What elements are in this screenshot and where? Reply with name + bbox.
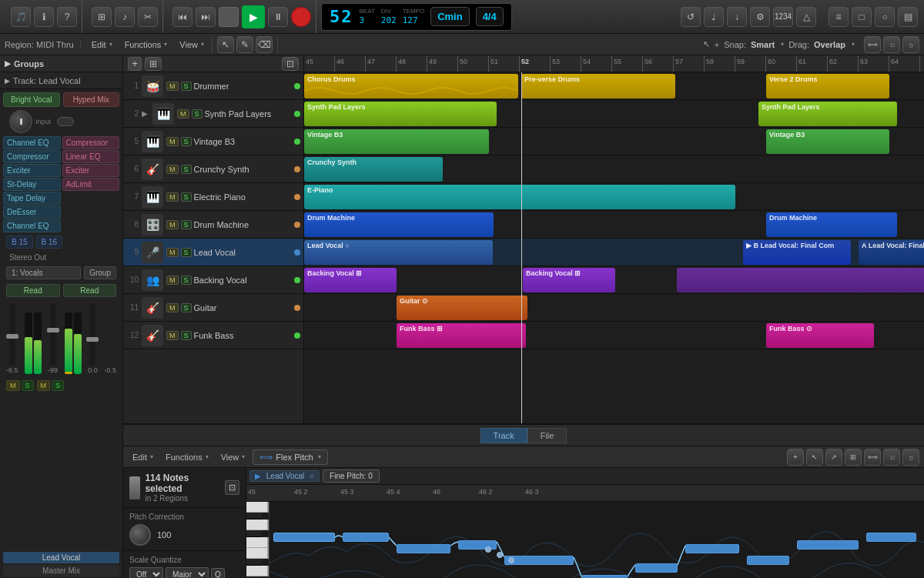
view-menu[interactable]: View ▾	[175, 38, 209, 51]
track-row[interactable]: 8 🎛️ M S Drum Machine	[123, 211, 303, 239]
compressor-1[interactable]: Compressor	[3, 150, 61, 163]
deesser[interactable]: DeEsser	[3, 205, 61, 219]
fp-edit-menu[interactable]: Edit ▾	[128, 451, 158, 463]
track-row[interactable]: 7 🎹 M S Electric Piano	[123, 183, 303, 211]
fp-scroll-h[interactable]: ⟤	[883, 449, 900, 466]
fp-tool2[interactable]: ↗	[825, 449, 842, 466]
bass-clip2[interactable]: Funk Bass ⊙	[766, 323, 874, 348]
synth-solo[interactable]: S	[192, 109, 203, 119]
b3-solo[interactable]: S	[181, 137, 192, 146]
track-options-btn[interactable]: ⊞	[145, 57, 162, 71]
hyped-mix-preset[interactable]: Hyped Mix	[63, 92, 120, 107]
monitor-toggle[interactable]	[57, 117, 74, 126]
epiano-clip1[interactable]: E-Piano	[304, 185, 735, 209]
guitar-clip1[interactable]: Guitar ⊙	[397, 296, 527, 320]
pitch-handle[interactable]	[497, 552, 503, 558]
quantize-btn[interactable]: Q	[211, 568, 225, 578]
key-d3[interactable]	[246, 520, 269, 530]
tape-delay[interactable]: Tape Delay	[3, 192, 61, 205]
chorus-drums-clip[interactable]: Chorus Drums	[304, 74, 518, 99]
info-btn[interactable]: ℹ	[34, 7, 54, 27]
track-row-lead-vocal[interactable]: 9 🎤 M S Lead Vocal	[123, 239, 303, 266]
bv-clip1[interactable]: Backing Vocal ⊞	[304, 268, 397, 292]
cycle-btn[interactable]: ↺	[681, 7, 701, 27]
groups-header[interactable]: ▶ Groups	[0, 55, 122, 72]
lead-vocal-bottom[interactable]: Lead Vocal	[3, 552, 119, 563]
epiano-solo[interactable]: S	[181, 192, 192, 202]
time-sig-display[interactable]: 4/4	[476, 7, 504, 26]
gtr-solo[interactable]: S	[181, 303, 192, 312]
track-row[interactable]: 1 🥁 M S Drummer	[123, 72, 303, 100]
track-row[interactable]: 10 👥 M S Backing Vocal	[123, 266, 303, 294]
b3-mute[interactable]: M	[166, 137, 179, 146]
piano-btn[interactable]: ♪	[115, 7, 135, 27]
lv-mute[interactable]: M	[166, 248, 179, 257]
scissors-btn[interactable]: ✂	[138, 7, 158, 27]
key-display[interactable]: Cmin	[430, 7, 470, 26]
automation-label[interactable]: 1: Vocals	[6, 266, 81, 279]
key-bb2[interactable]	[246, 559, 262, 566]
crunchy-clip1[interactable]: Crunchy Synth	[304, 157, 443, 182]
app-icon-btn[interactable]: 🎵	[11, 7, 31, 27]
lv-clip2[interactable]: ▶ B Lead Vocal: Final Com	[743, 240, 851, 265]
b3-clip2[interactable]: Vintage B3	[766, 129, 889, 154]
zoom-btn[interactable]: ⟤	[883, 36, 900, 53]
lv-clip1[interactable]: Lead Vocal ○	[304, 240, 493, 265]
drummer-solo[interactable]: S	[181, 82, 192, 91]
exciter-2[interactable]: Exciter	[62, 164, 120, 177]
b3-clip1[interactable]: Vintage B3	[304, 129, 489, 154]
st-delay[interactable]: St-Delay	[3, 178, 61, 191]
browser-btn[interactable]: □	[852, 7, 872, 27]
track-row[interactable]: 11 🎸 M S Guitar	[123, 294, 303, 322]
resize-btn[interactable]: ⟺	[864, 36, 881, 53]
record-btn[interactable]	[291, 7, 311, 27]
notes-options[interactable]: ⊡	[225, 480, 239, 495]
pitch-correction-knob[interactable]	[129, 524, 151, 546]
solo-btn-1[interactable]: S	[22, 380, 34, 391]
dm-clip1[interactable]: Drum Machine	[304, 212, 494, 237]
metronome-btn[interactable]: ♩	[704, 7, 724, 27]
scroll-btn[interactable]: ⟥	[902, 36, 919, 53]
search-btn[interactable]: ○	[875, 7, 895, 27]
grid-btn[interactable]: ⊞	[92, 7, 112, 27]
bass-mute[interactable]: M	[166, 331, 179, 340]
pause-btn[interactable]: ⏸	[268, 7, 288, 27]
bright-vocal-preset[interactable]: Bright Vocal	[3, 92, 60, 107]
pitch-handle[interactable]	[508, 557, 514, 563]
lv-clip3[interactable]: A Lead Vocal: Final Co	[859, 240, 924, 265]
track-tab[interactable]: Track	[480, 428, 527, 443]
mute-btn-1[interactable]: M	[6, 380, 20, 391]
scale-off-select[interactable]: Off	[129, 567, 163, 578]
secondary-fader[interactable]	[50, 303, 56, 365]
track-row[interactable]: 2 ▶ 🎹 M S Synth Pad Layers	[123, 100, 303, 128]
bv-clip3[interactable]	[677, 268, 924, 292]
download-btn[interactable]: ↓	[727, 7, 747, 27]
exciter-1[interactable]: Exciter	[3, 164, 61, 177]
functions-menu[interactable]: Functions ▾	[120, 38, 172, 51]
key-eb3[interactable]	[246, 513, 262, 520]
mixer-btn[interactable]: ▤	[898, 7, 918, 27]
bus-b15[interactable]: B 15	[6, 236, 33, 249]
bus-b16[interactable]: B 16	[36, 236, 63, 249]
track-row[interactable]: 12 🎸 M S Funk Bass	[123, 322, 303, 349]
fp-view-menu[interactable]: View ▾	[216, 451, 250, 463]
main-fader[interactable]	[9, 303, 15, 365]
help-btn[interactable]: ?	[57, 7, 77, 27]
track-view-btn[interactable]: ⊡	[282, 57, 299, 71]
fp-functions-menu[interactable]: Functions ▾	[161, 451, 213, 463]
crunchy-mute[interactable]: M	[166, 165, 179, 174]
key-c3[interactable]: C3	[246, 537, 269, 548]
eraser-tool[interactable]: ⌫	[256, 36, 273, 53]
dm-solo[interactable]: S	[181, 220, 192, 229]
group-btn[interactable]: Group	[84, 266, 116, 279]
key-a2[interactable]	[246, 566, 269, 576]
track-row[interactable]: 6 🎸 M S Crunchy Synth	[123, 155, 303, 183]
adlimit[interactable]: AdLimit	[62, 178, 120, 191]
mute-btn-2[interactable]: M	[37, 380, 51, 391]
play-btn[interactable]: ▶	[242, 5, 265, 28]
fp-zoom[interactable]: ⊞	[845, 449, 862, 466]
synth-mute[interactable]: M	[177, 109, 189, 119]
fp-tool1[interactable]: ↖	[806, 449, 823, 466]
fp-resize[interactable]: ⟺	[864, 449, 881, 466]
dm-mute[interactable]: M	[166, 220, 179, 229]
